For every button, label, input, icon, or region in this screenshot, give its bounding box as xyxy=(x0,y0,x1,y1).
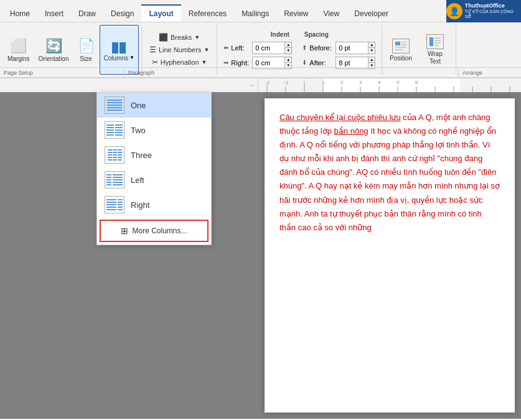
column-left-label: Left xyxy=(131,175,144,185)
logo-area: 👤 ThuthuatOffice TỪ KỸ CỦA DÂN CÔNG SỞ xyxy=(446,0,521,22)
column-left-icon xyxy=(105,171,124,189)
tab-review[interactable]: Review xyxy=(276,6,316,22)
hyphenation-icon: ✂ xyxy=(152,58,158,67)
svg-text:-1: -1 xyxy=(284,80,289,85)
spacing-title: Spacing xyxy=(304,31,329,38)
svg-rect-8 xyxy=(434,42,441,44)
position-icon xyxy=(392,39,410,54)
size-icon: 📄 xyxy=(78,38,95,54)
svg-text:-2: -2 xyxy=(265,80,270,85)
line-numbers-button[interactable]: ☰ Line Numbers ▼ xyxy=(146,44,213,55)
orientation-label: Orientation xyxy=(39,55,69,62)
tab-mailings[interactable]: Mailings xyxy=(234,6,276,22)
column-two-item[interactable]: Two xyxy=(97,118,211,142)
columns-dropdown-arrow: ▼ xyxy=(129,55,134,60)
ruler-markings: -2 -1 | 1 2 3 4 5 6 xyxy=(261,78,521,92)
margins-label: Margins xyxy=(7,55,30,62)
indent-title: Indent xyxy=(271,31,289,38)
column-one-item[interactable]: One xyxy=(97,93,211,118)
column-left-item[interactable]: Left xyxy=(97,167,211,192)
column-right-item[interactable]: Right xyxy=(97,192,211,217)
svg-text:6: 6 xyxy=(415,80,418,85)
breaks-icon: ⬛ xyxy=(159,33,168,42)
logo-icon: 👤 xyxy=(446,3,462,19)
tab-developer[interactable]: Developer xyxy=(347,6,396,22)
orientation-icon: 🔄 xyxy=(45,38,62,54)
svg-rect-0 xyxy=(395,42,400,45)
tab-draw[interactable]: Draw xyxy=(71,6,103,22)
svg-text:1: 1 xyxy=(322,80,325,85)
arrange-group-label: Arrange xyxy=(459,68,521,77)
line-numbers-label: Line Numbers xyxy=(159,46,201,54)
breaks-button[interactable]: ⬛ Breaks ▼ xyxy=(155,32,204,43)
tab-view[interactable]: View xyxy=(316,6,347,22)
tab-home[interactable]: Home xyxy=(2,6,37,22)
svg-rect-6 xyxy=(434,37,441,39)
column-right-label: Right xyxy=(131,200,149,210)
before-up-spin[interactable]: ▲ xyxy=(368,42,375,48)
hyphenation-button[interactable]: ✂ Hyphenation ▼ xyxy=(148,57,211,68)
more-columns-label: More Columns... xyxy=(132,226,187,235)
doc-text-content: Câu chuyện kể lại cuộc phiêu lưu xyxy=(279,113,401,122)
column-one-icon xyxy=(105,96,124,114)
tab-layout[interactable]: Layout xyxy=(141,4,181,22)
svg-text:4: 4 xyxy=(378,80,381,85)
logo-subtitle: TỪ KỸ CỦA DÂN CÔNG SỞ xyxy=(465,9,521,19)
tab-design[interactable]: Design xyxy=(103,6,141,22)
column-two-label: Two xyxy=(131,126,146,135)
hyphenation-arrow: ▼ xyxy=(202,59,207,65)
position-svg xyxy=(394,40,408,52)
breaks-arrow: ▼ xyxy=(194,34,200,40)
before-value: 0 pt xyxy=(336,44,368,52)
logo-title: ThuthuatOffice xyxy=(465,3,521,9)
before-label: Before: xyxy=(309,44,333,52)
svg-rect-7 xyxy=(434,40,441,41)
svg-rect-1 xyxy=(401,42,406,43)
left-down-spin[interactable]: ▼ xyxy=(285,47,291,54)
position-label: Position xyxy=(390,55,412,62)
line-numbers-icon: ☰ xyxy=(149,45,156,54)
column-one-label: One xyxy=(131,101,146,110)
right-up-spin[interactable]: ▲ xyxy=(285,57,291,63)
right-label: Right: xyxy=(231,59,250,67)
column-three-item[interactable]: Three xyxy=(97,142,211,167)
column-three-icon xyxy=(105,146,124,164)
size-label: Size xyxy=(80,55,92,62)
after-up-spin[interactable]: ▲ xyxy=(368,57,375,63)
spacing-after-icon: ⬇ xyxy=(302,59,307,66)
left-sidebar: One Two xyxy=(0,92,258,419)
wrap-text-svg xyxy=(428,36,442,47)
indent-right-icon: ➡ xyxy=(223,59,228,66)
svg-rect-4 xyxy=(395,49,403,50)
svg-rect-5 xyxy=(429,37,433,46)
breaks-label: Breaks xyxy=(171,34,192,41)
after-label: After: xyxy=(309,59,333,67)
columns-icon xyxy=(112,39,126,54)
tab-references[interactable]: References xyxy=(181,6,234,22)
ruler: ↔ -2 -1 | 1 2 3 4 5 6 xyxy=(0,78,521,92)
svg-text:2: 2 xyxy=(340,80,344,85)
before-down-spin[interactable]: ▼ xyxy=(368,47,375,54)
more-columns-button[interactable]: ⊞ More Columns... xyxy=(100,220,209,242)
spacing-before-icon: ⬆ xyxy=(302,44,307,51)
svg-rect-11 xyxy=(323,78,460,92)
svg-text:3: 3 xyxy=(359,80,362,85)
column-two-icon xyxy=(105,121,124,139)
document-area: Câu chuyện kể lại cuộc phiêu lưu của A Q… xyxy=(258,92,521,419)
page-setup-label: Page Setup xyxy=(0,68,124,77)
after-value: 8 pt xyxy=(336,59,368,67)
svg-text:5: 5 xyxy=(397,80,400,85)
paragraph-group-label: Paragraph xyxy=(124,68,459,77)
more-columns-icon: ⊞ xyxy=(121,226,128,236)
svg-rect-9 xyxy=(434,45,438,46)
hyphenation-label: Hyphenation xyxy=(161,58,199,66)
doc-text-2: của A Q, một anh chàng thuộc tầng lớp bầ… xyxy=(279,113,500,232)
right-value: 0 cm xyxy=(253,59,284,67)
svg-rect-3 xyxy=(395,47,406,48)
wrap-text-label: Wrap Text xyxy=(422,50,448,65)
document-page: Câu chuyện kể lại cuộc phiêu lưu của A Q… xyxy=(265,98,515,413)
left-up-spin[interactable]: ▲ xyxy=(285,42,291,48)
line-numbers-arrow: ▼ xyxy=(204,47,209,53)
left-label: Left: xyxy=(231,44,250,52)
tab-insert[interactable]: Insert xyxy=(37,6,71,22)
